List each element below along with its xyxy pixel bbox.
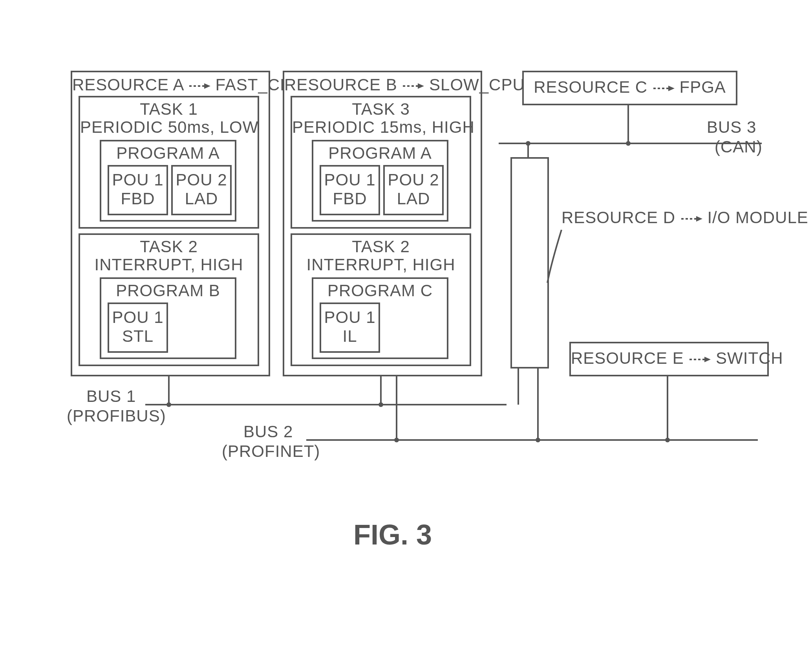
resource-c-box: RESOURCE C FPGA [522,71,737,105]
program-a-box-2: PROGRAM A POU 1 FBD POU 2 LAD [312,140,448,222]
pou2-lad-box-a: POU 2 LAD [171,165,232,215]
pou1-fbd-l1-a: POU 1 [109,170,166,189]
task-a2-box: TASK 2 INTERRUPT, HIGH PROGRAM B POU 1 S… [79,233,259,366]
task-a2-desc: INTERRUPT, HIGH [80,255,258,274]
pou1-stl-l2: STL [109,327,166,346]
svg-point-25 [394,438,399,442]
resource-a-box: RESOURCE A FAST_CPU TASK 1 PERIODIC 50ms… [71,71,270,376]
pou2-lad-l1-b: POU 2 [385,170,442,189]
task-a1-title: TASK 1 [80,100,258,119]
bus1-proto: (PROFIBUS) [67,407,166,425]
arrow-icon [680,215,702,223]
task-b3-title: TASK 3 [292,100,470,119]
task-a1-desc: PERIODIC 50ms, LOW [80,118,258,137]
bus3-proto: (CAN) [715,138,763,156]
resource-b-name: RESOURCE B [284,75,397,94]
program-a-box-1: PROGRAM A POU 1 FBD POU 2 LAD [100,140,236,222]
program-b-box: PROGRAM B POU 1 STL [100,277,236,359]
pou1-il-l1: POU 1 [321,308,379,327]
svg-marker-3 [418,83,424,89]
bus2-name: BUS 2 [243,422,293,441]
diagram-canvas: RESOURCE A FAST_CPU TASK 1 PERIODIC 50ms… [0,0,812,660]
resource-b-target: SLOW_CPU [429,75,525,94]
svg-marker-7 [696,216,702,222]
task-b2-desc: INTERRUPT, HIGH [292,255,470,274]
pou2-lad-l2-a: LAD [173,189,230,208]
bus2-proto: (PROFINET) [222,442,320,461]
pou2-lad-box-b: POU 2 LAD [383,165,444,215]
resource-a-header: RESOURCE A FAST_CPU [72,75,269,94]
pou1-stl-box: POU 1 STL [108,302,168,353]
resource-d-target: I/O MODULE [707,208,808,227]
program-a-title-1: PROGRAM A [101,144,235,163]
resource-e-name: RESOURCE E [571,349,684,367]
resource-e-target: SWITCH [716,349,783,367]
resource-b-box: RESOURCE B SLOW_CPU TASK 3 PERIODIC 15ms… [283,71,482,376]
svg-point-23 [166,402,171,407]
pou1-stl-l1: POU 1 [109,308,166,327]
resource-d-name: RESOURCE D [561,208,675,227]
pou1-fbd-box-b: POU 1 FBD [320,165,380,215]
pou2-lad-l1-a: POU 2 [173,170,230,189]
arrow-icon [689,356,711,363]
task-a2-title: TASK 2 [80,237,258,256]
svg-marker-9 [704,357,711,362]
svg-marker-5 [668,86,675,91]
bus3-name: BUS 3 [707,118,756,137]
arrow-icon [402,82,424,90]
svg-point-26 [536,438,540,442]
figure-caption: FIG. 3 [236,519,550,551]
resource-d-label: RESOURCE D I/O MODULE [561,208,808,227]
arrow-icon [653,84,675,92]
svg-marker-1 [204,83,210,89]
program-c-title: PROGRAM C [313,281,447,300]
task-b3-desc: PERIODIC 15ms, HIGH [292,118,470,137]
program-c-box: PROGRAM C POU 1 IL [312,277,448,359]
svg-point-24 [379,402,383,407]
svg-point-22 [626,141,631,146]
pou1-fbd-l1-b: POU 1 [321,170,379,189]
task-a1-box: TASK 1 PERIODIC 50ms, LOW PROGRAM A POU … [79,96,259,229]
resource-e-box: RESOURCE E SWITCH [569,342,769,376]
pou1-fbd-l2-a: FBD [109,189,166,208]
pou2-lad-l2-b: LAD [385,189,442,208]
program-b-title: PROGRAM B [101,281,235,300]
pou1-fbd-box-a: POU 1 FBD [108,165,168,215]
resource-e-header: RESOURCE E SWITCH [571,349,767,368]
resource-c-header: RESOURCE C FPGA [524,78,736,97]
svg-point-21 [526,141,530,146]
pou1-fbd-l2-b: FBD [321,189,379,208]
program-a-title-2: PROGRAM A [313,144,447,163]
bus1-name: BUS 1 [86,387,136,406]
arrow-icon [188,82,210,90]
resource-c-target: FPGA [680,78,726,96]
resource-b-header: RESOURCE B SLOW_CPU [284,75,481,94]
resource-c-name: RESOURCE C [534,78,647,96]
task-b2-box: TASK 2 INTERRUPT, HIGH PROGRAM C POU 1 I… [291,233,471,366]
svg-point-27 [665,438,670,442]
task-b2-title: TASK 2 [292,237,470,256]
resource-a-name: RESOURCE A [72,75,183,94]
resource-d-box [510,157,549,368]
pou1-il-box: POU 1 IL [320,302,380,353]
task-b3-box: TASK 3 PERIODIC 15ms, HIGH PROGRAM A POU… [291,96,471,229]
pou1-il-l2: IL [321,327,379,346]
